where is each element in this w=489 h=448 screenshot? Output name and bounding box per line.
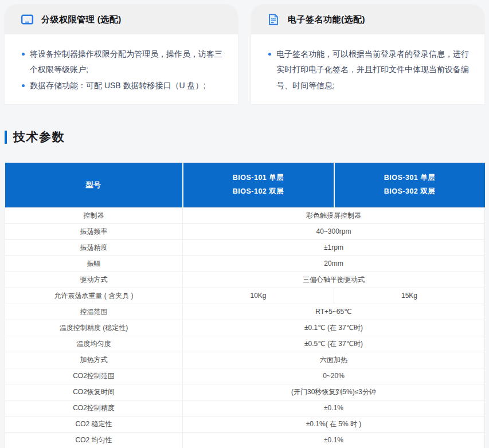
section-header: 技术参数 bbox=[5, 129, 489, 145]
table-header-row: 型号 BIOS-101 单层 BIOS-102 双层 BIOS-301 单层 B… bbox=[5, 163, 485, 207]
section-accent-bar bbox=[5, 131, 7, 144]
spec-label: 温度均匀度 bbox=[5, 336, 183, 352]
header-cell-bios-100-series: BIOS-101 单层 BIOS-102 双层 bbox=[183, 163, 334, 207]
model-name: BIOS-301 单层 bbox=[335, 173, 484, 183]
table-row: 允许震荡承重量 ( 含夹具 ) 10Kg 15Kg bbox=[5, 288, 485, 304]
table-row: 振幅 20mm bbox=[5, 256, 485, 272]
table-row: CO2 稳定性 ±0.1%( 在 5% 时 ) bbox=[5, 416, 485, 432]
spec-value: RT+5~65℃ bbox=[183, 304, 485, 320]
signed-document-icon bbox=[267, 13, 280, 26]
spec-value: 六面加热 bbox=[183, 352, 485, 368]
feature-cards-row: 分级权限管理 (选配) 将设备控制器操作权限分配为管理员，操作员，访客三个权限等… bbox=[0, 0, 489, 104]
model-name: BIOS-102 双层 bbox=[184, 187, 333, 197]
table-row: CO2 均匀性 ±0.1% bbox=[5, 432, 485, 448]
table-row: 驱动方式 三偏心轴平衡驱动式 bbox=[5, 272, 485, 288]
bullet-item: 数据存储功能：可配 USB 数据转移接口（U 盘）; bbox=[21, 78, 223, 93]
section-title: 技术参数 bbox=[13, 129, 65, 145]
table-row: CO2恢复时间 (开门30秒恢复到5%)≤3分钟 bbox=[5, 384, 485, 400]
spec-value: 40~300rpm bbox=[183, 223, 485, 239]
spec-label: 允许震荡承重量 ( 含夹具 ) bbox=[5, 288, 183, 304]
card-esignature-body: 电子签名功能，可以根据当前登录者的登录信息，进行实时打印电子化签名，并且打印文件… bbox=[251, 34, 484, 104]
spec-label: CO2控制精度 bbox=[5, 400, 183, 416]
model-name: BIOS-302 双层 bbox=[335, 187, 484, 197]
spec-label: 振幅 bbox=[5, 256, 183, 272]
model-name: BIOS-101 单层 bbox=[184, 173, 333, 183]
bullet-list: 电子签名功能，可以根据当前登录者的登录信息，进行实时打印电子化签名，并且打印文件… bbox=[267, 46, 470, 93]
spec-value: ±0.1% bbox=[183, 432, 485, 448]
table-row: 温度均匀度 ±0.5℃ (在 37℃时) bbox=[5, 336, 485, 352]
spec-value: 0~20% bbox=[183, 368, 485, 384]
table-row: CO2控制范围 0~20% bbox=[5, 368, 485, 384]
card-title: 分级权限管理 (选配) bbox=[41, 14, 122, 25]
spec-table-header: 型号 BIOS-101 单层 BIOS-102 双层 BIOS-301 单层 B… bbox=[5, 163, 485, 207]
spec-table-body: 控制器 彩色触摸屏控制器 振荡频率 40~300rpm 振荡精度 ±1rpm 振… bbox=[5, 207, 485, 448]
spec-label: CO2控制范围 bbox=[5, 368, 183, 384]
card-esignature: 电子签名功能(选配) 电子签名功能，可以根据当前登录者的登录信息，进行实时打印电… bbox=[251, 5, 484, 104]
bullet-item: 电子签名功能，可以根据当前登录者的登录信息，进行实时打印电子化签名，并且打印文件… bbox=[267, 46, 470, 93]
spec-value: ±0.1%( 在 5% 时 ) bbox=[183, 416, 485, 432]
spec-label: CO2 稳定性 bbox=[5, 416, 183, 432]
bullet-list: 将设备控制器操作权限分配为管理员，操作员，访客三个权限等级账户; 数据存储功能：… bbox=[21, 46, 223, 93]
spec-label: 控温范围 bbox=[5, 304, 183, 320]
spec-value: ±0.1℃ (在 37℃时) bbox=[183, 320, 485, 336]
card-title: 电子签名功能(选配) bbox=[288, 14, 365, 25]
spec-value-col2: 15Kg bbox=[334, 288, 485, 304]
header-cell-model: 型号 bbox=[5, 163, 183, 207]
spec-value: 三偏心轴平衡驱动式 bbox=[183, 272, 485, 288]
table-row: 振荡精度 ±1rpm bbox=[5, 239, 485, 256]
spec-value: ±0.5℃ (在 37℃时) bbox=[183, 336, 485, 352]
table-row: 振荡频率 40~300rpm bbox=[5, 223, 485, 239]
header-cell-bios-300-series: BIOS-301 单层 BIOS-302 双层 bbox=[334, 163, 485, 207]
spec-label: 控制器 bbox=[5, 207, 183, 223]
table-row: 控温范围 RT+5~65℃ bbox=[5, 304, 485, 320]
table-row: 控制器 彩色触摸屏控制器 bbox=[5, 207, 485, 223]
spec-value-col1: 10Kg bbox=[183, 288, 334, 304]
spec-value: ±0.1% bbox=[183, 400, 485, 416]
table-row: 温度控制精度 (稳定性) ±0.1℃ (在 37℃时) bbox=[5, 320, 485, 336]
spec-table: 型号 BIOS-101 单层 BIOS-102 双层 BIOS-301 单层 B… bbox=[5, 163, 485, 448]
spec-value: (开门30秒恢复到5%)≤3分钟 bbox=[183, 384, 485, 400]
card-permission-management: 分级权限管理 (选配) 将设备控制器操作权限分配为管理员，操作员，访客三个权限等… bbox=[5, 5, 238, 104]
spec-label: CO2恢复时间 bbox=[5, 384, 183, 400]
spec-label: 振荡精度 bbox=[5, 239, 183, 256]
spec-label: CO2 均匀性 bbox=[5, 432, 183, 448]
spec-label: 温度控制精度 (稳定性) bbox=[5, 320, 183, 336]
spec-label: 驱动方式 bbox=[5, 272, 183, 288]
spec-value: ±1rpm bbox=[183, 239, 485, 256]
card-permission-header: 分级权限管理 (选配) bbox=[5, 5, 238, 34]
spec-label: 振荡频率 bbox=[5, 223, 183, 239]
card-permission-body: 将设备控制器操作权限分配为管理员，操作员，访客三个权限等级账户; 数据存储功能：… bbox=[5, 34, 238, 104]
bullet-item: 将设备控制器操作权限分配为管理员，操作员，访客三个权限等级账户; bbox=[21, 46, 223, 78]
table-row: CO2控制精度 ±0.1% bbox=[5, 400, 485, 416]
card-esignature-header: 电子签名功能(选配) bbox=[251, 5, 484, 34]
spec-value: 彩色触摸屏控制器 bbox=[183, 207, 485, 223]
spec-label: 加热方式 bbox=[5, 352, 183, 368]
monitor-icon bbox=[20, 13, 34, 26]
spec-value: 20mm bbox=[183, 256, 485, 272]
table-row: 加热方式 六面加热 bbox=[5, 352, 485, 368]
